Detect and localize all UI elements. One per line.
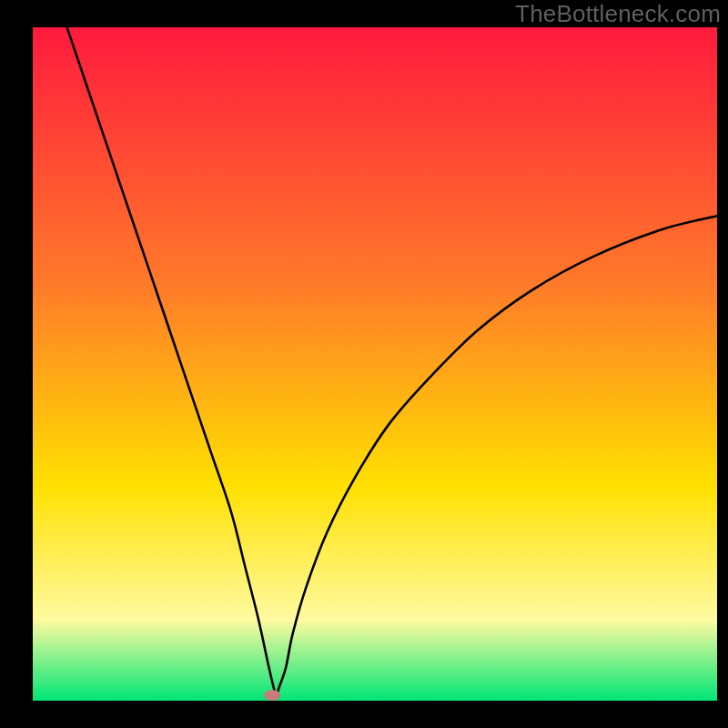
watermark-text: TheBottleneck.com xyxy=(515,0,721,28)
plot-background xyxy=(33,27,717,701)
chart-container: { "watermark": "TheBottleneck.com", "cha… xyxy=(0,0,728,728)
optimal-point-marker xyxy=(264,690,280,701)
chart-svg xyxy=(0,0,728,728)
